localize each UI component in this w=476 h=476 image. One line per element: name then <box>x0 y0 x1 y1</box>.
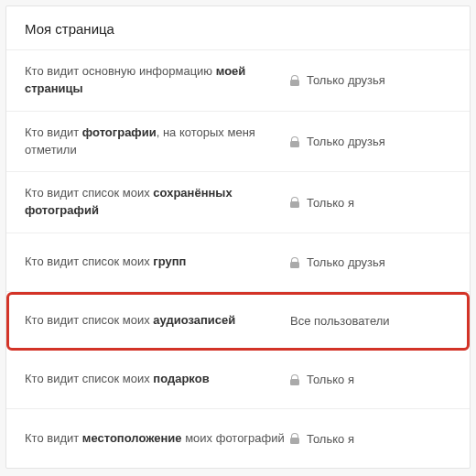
settings-list: Кто видит основную информацию моей стран… <box>6 50 470 468</box>
settings-row[interactable]: Кто видит список моих подарковТолько я <box>6 351 470 409</box>
settings-row[interactable]: Кто видит фотографии, на которых меня от… <box>6 112 470 173</box>
lock-icon <box>290 136 299 147</box>
settings-row[interactable]: Кто видит список моих группТолько друзья <box>6 233 470 292</box>
setting-label: Кто видит список моих сохранённых фотогр… <box>25 185 290 220</box>
setting-value-text: Только я <box>307 432 354 446</box>
setting-value[interactable]: Только друзья <box>290 73 451 87</box>
setting-label: Кто видит фотографии, на которых меня от… <box>25 124 290 159</box>
lock-icon <box>290 197 299 208</box>
lock-icon <box>290 257 299 268</box>
setting-value[interactable]: Только я <box>290 373 451 386</box>
setting-label: Кто видит основную информацию моей стран… <box>25 63 290 98</box>
setting-label: Кто видит список моих групп <box>25 254 290 271</box>
setting-value[interactable]: Только друзья <box>290 135 451 148</box>
settings-row[interactable]: Кто видит список моих сохранённых фотогр… <box>6 172 470 233</box>
lock-icon <box>290 75 299 86</box>
settings-row[interactable]: Кто видит список моих аудиозаписейВсе по… <box>6 292 470 351</box>
setting-label: Кто видит список моих аудиозаписей <box>25 312 290 330</box>
setting-value-text: Только я <box>307 373 354 386</box>
lock-icon <box>290 433 299 444</box>
setting-value-text: Только я <box>307 196 354 210</box>
setting-value[interactable]: Все пользователи <box>290 314 451 328</box>
setting-label: Кто видит список моих подарков <box>25 371 290 388</box>
setting-value-text: Все пользователи <box>290 314 390 328</box>
setting-value[interactable]: Только друзья <box>290 255 451 269</box>
page-title: Моя страница <box>6 6 470 50</box>
settings-row[interactable]: Кто видит местоположение моих фотографий… <box>6 409 470 468</box>
setting-label: Кто видит местоположение моих фотографий <box>25 430 290 448</box>
settings-row[interactable]: Кто видит основную информацию моей стран… <box>6 50 470 112</box>
setting-value[interactable]: Только я <box>290 432 451 446</box>
setting-value-text: Только друзья <box>307 255 385 269</box>
setting-value-text: Только друзья <box>307 135 385 148</box>
privacy-panel: Моя страница Кто видит основную информац… <box>5 5 471 469</box>
lock-icon <box>290 374 299 385</box>
setting-value-text: Только друзья <box>307 73 385 87</box>
setting-value[interactable]: Только я <box>290 196 451 210</box>
